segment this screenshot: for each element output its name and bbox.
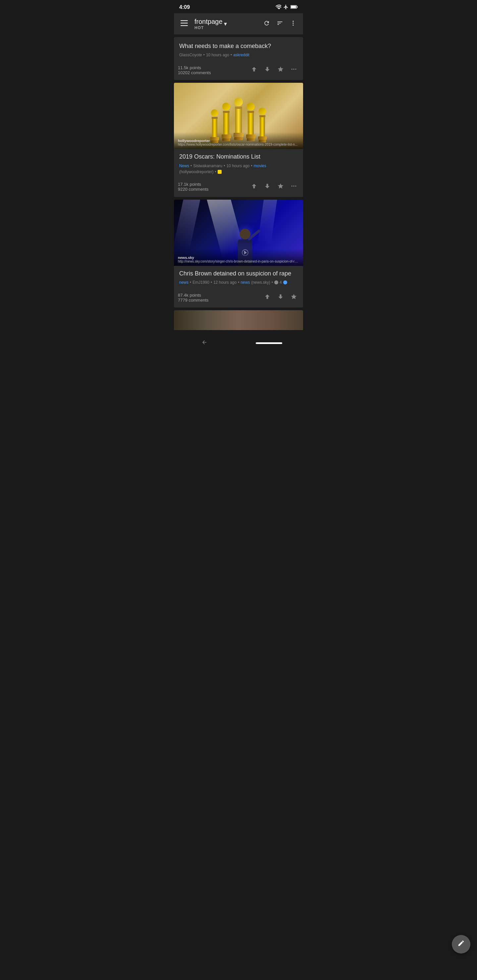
post-comments: 7779 comments — [178, 298, 262, 302]
bottom-nav — [174, 333, 303, 356]
post-time: 10 hours ago — [226, 164, 249, 168]
post-subreddit-tag[interactable]: News — [179, 164, 189, 168]
image-domain: news.sky — [178, 256, 299, 259]
svg-point-6 — [292, 21, 294, 22]
svg-point-9 — [292, 69, 292, 70]
post-points: 11.5k points — [178, 65, 249, 70]
downvote-button[interactable] — [262, 181, 273, 193]
post-title[interactable]: What needs to make a comeback? — [179, 42, 298, 50]
more-button[interactable] — [287, 17, 299, 31]
downvote-button[interactable] — [262, 64, 273, 76]
post-stats: 11.5k points 10202 comments — [178, 65, 249, 75]
svg-point-7 — [292, 22, 294, 24]
save-button[interactable] — [275, 64, 286, 76]
svg-rect-4 — [180, 23, 188, 24]
app-bar: frontpage HOT ▾ — [174, 13, 303, 35]
post-author: GlassCoyote — [179, 52, 202, 57]
post-title[interactable]: 2019 Oscars: Nominations List — [179, 153, 298, 161]
post-author: Sisiwakanamaru — [193, 164, 222, 168]
post-card: hollywoodreporter https://www.hollywoodr… — [174, 83, 303, 197]
sort-button[interactable] — [274, 17, 286, 31]
post-actions: 17.1k points 9220 comments — [174, 178, 303, 197]
post-card: news.sky http://news.sky.com/story/singe… — [174, 200, 303, 307]
hamburger-button[interactable] — [178, 17, 190, 31]
wifi-icon — [275, 5, 281, 10]
image-url: http://news.sky.com/story/singer-chris-b… — [178, 259, 299, 263]
post-meta: news • EmJ1990 • 12 hours ago • news (ne… — [179, 280, 298, 285]
post-stats: 87.4k points 7779 comments — [178, 293, 262, 302]
post-comments: 9220 comments — [178, 187, 249, 192]
post-body: 2019 Oscars: Nominations List News • Sis… — [174, 149, 303, 174]
feed: What needs to make a comeback? GlassCoyo… — [174, 35, 303, 333]
svg-rect-5 — [180, 25, 188, 26]
post-points: 87.4k points — [178, 293, 262, 298]
app-title: frontpage — [195, 18, 223, 25]
svg-rect-2 — [291, 6, 296, 8]
svg-point-12 — [292, 185, 292, 186]
svg-point-13 — [293, 185, 294, 186]
app-bar-actions — [261, 17, 299, 31]
upvote-button[interactable] — [262, 291, 273, 304]
post-image-container[interactable]: news.sky http://news.sky.com/story/singe… — [174, 200, 303, 266]
dropdown-icon: ▾ — [224, 20, 227, 27]
post-meta: GlassCoyote • 10 hours ago • askreddit — [179, 52, 298, 57]
refresh-button[interactable] — [261, 17, 273, 31]
save-button[interactable] — [289, 291, 299, 304]
svg-point-11 — [295, 69, 296, 70]
post-actions: 11.5k points 10202 comments — [174, 61, 303, 80]
svg-point-14 — [295, 185, 296, 186]
home-indicator-area — [256, 342, 282, 344]
svg-rect-1 — [297, 6, 297, 8]
home-indicator — [256, 342, 282, 344]
status-bar: 4:09 — [174, 0, 303, 13]
post-image-container[interactable]: hollywoodreporter https://www.hollywoodr… — [174, 83, 303, 149]
save-button[interactable] — [275, 181, 286, 193]
subreddit-source: (news.sky) — [251, 280, 270, 285]
awards-count: 4 — [279, 280, 282, 285]
upvote-button[interactable] — [249, 181, 259, 193]
post-author: EmJ1990 — [193, 280, 209, 285]
svg-rect-3 — [180, 20, 188, 21]
action-icons — [249, 64, 299, 76]
post-comments: 10202 comments — [178, 70, 249, 75]
status-time: 4:09 — [179, 4, 190, 10]
post-text-area: What needs to make a comeback? GlassCoyo… — [174, 37, 303, 57]
back-button[interactable] — [195, 336, 214, 350]
post-time: 12 hours ago — [213, 280, 236, 285]
post-body: Chris Brown detained on suspicion of rap… — [174, 266, 303, 285]
post-meta: News • Sisiwakanamaru • 10 hours ago • m… — [179, 164, 298, 174]
crosspost-source: (hollywoodreporter) — [179, 170, 213, 174]
post-crosspost[interactable]: movies — [254, 164, 266, 168]
post-subreddit[interactable]: askreddit — [233, 52, 249, 57]
post-points: 17.1k points — [178, 182, 249, 187]
title-dropdown[interactable]: frontpage HOT ▾ — [195, 18, 257, 30]
post-subreddit-link[interactable]: news — [241, 280, 250, 285]
upvote-button[interactable] — [249, 64, 259, 76]
post-card: What needs to make a comeback? GlassCoyo… — [174, 37, 303, 80]
svg-point-8 — [292, 24, 294, 25]
status-icons — [275, 4, 298, 11]
action-icons — [262, 291, 299, 304]
downvote-button[interactable] — [275, 291, 286, 304]
post-actions: 87.4k points 7779 comments — [174, 289, 303, 307]
more-post-button[interactable] — [289, 64, 299, 76]
award-badge — [218, 170, 222, 174]
svg-point-10 — [293, 69, 294, 70]
post-stats: 17.1k points 9220 comments — [178, 182, 249, 192]
airplane-icon — [283, 4, 289, 11]
peek-post — [174, 310, 303, 330]
image-source-overlay: news.sky http://news.sky.com/story/singe… — [174, 249, 303, 266]
app-subtitle: HOT — [195, 25, 223, 30]
user-badge — [274, 280, 278, 285]
more-post-button[interactable] — [289, 181, 299, 193]
action-icons — [249, 181, 299, 193]
post-time: 10 hours ago — [206, 52, 229, 57]
verified-badge — [283, 280, 287, 285]
battery-icon — [290, 5, 298, 10]
post-subreddit-tag[interactable]: news — [179, 280, 188, 285]
post-title[interactable]: Chris Brown detained on suspicion of rap… — [179, 270, 298, 277]
